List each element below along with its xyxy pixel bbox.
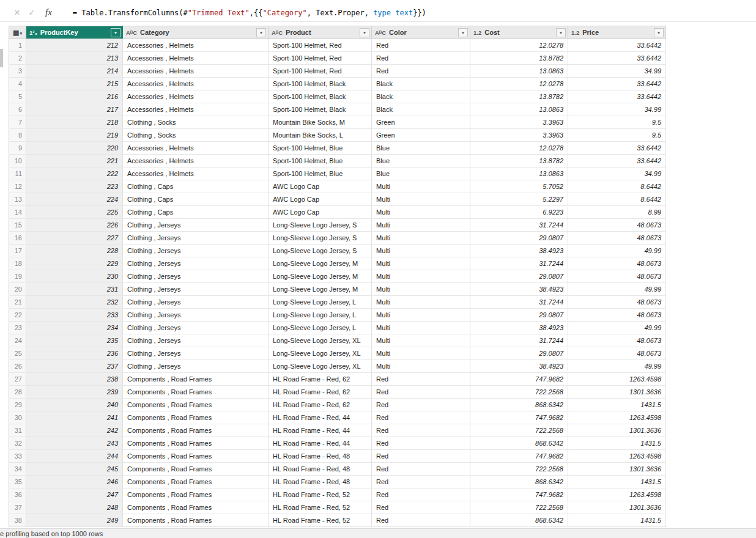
- cell[interactable]: Clothing , Caps: [123, 206, 269, 219]
- cell[interactable]: HL Road Frame - Red, 52: [269, 514, 372, 527]
- cell[interactable]: 1431.5: [568, 514, 666, 527]
- cell[interactable]: 12.0278: [470, 142, 568, 155]
- row-number[interactable]: 21: [9, 296, 26, 309]
- row-number[interactable]: 18: [9, 257, 26, 270]
- cell[interactable]: 219: [26, 129, 123, 142]
- cell[interactable]: Clothing , Jerseys: [123, 322, 269, 334]
- cell[interactable]: 33.6442: [568, 142, 666, 155]
- row-number[interactable]: 15: [9, 219, 26, 232]
- cell[interactable]: 31.7244: [470, 334, 568, 347]
- cell[interactable]: 33.6442: [568, 90, 666, 103]
- cell[interactable]: 747.9682: [470, 488, 568, 501]
- row-number[interactable]: 22: [9, 309, 26, 322]
- cell[interactable]: Mountain Bike Socks, L: [269, 129, 372, 142]
- cell[interactable]: Components , Road Frames: [123, 476, 269, 488]
- cell[interactable]: 34.99: [568, 103, 666, 116]
- cell[interactable]: Clothing , Jerseys: [123, 270, 269, 283]
- cell[interactable]: 213: [26, 52, 123, 65]
- cell[interactable]: Accessories , Helmets: [123, 90, 269, 103]
- cell[interactable]: Red: [372, 463, 470, 476]
- cell[interactable]: 227: [26, 232, 123, 245]
- cell[interactable]: 1301.3636: [568, 386, 666, 399]
- cell[interactable]: Components , Road Frames: [123, 501, 269, 514]
- row-number[interactable]: 28: [9, 386, 26, 399]
- cell[interactable]: 246: [26, 476, 123, 488]
- cell[interactable]: 29.0807: [470, 270, 568, 283]
- row-number[interactable]: 4: [9, 78, 26, 90]
- cell[interactable]: Multi: [372, 360, 470, 373]
- cell[interactable]: 34.99: [568, 168, 666, 180]
- cell[interactable]: 215: [26, 78, 123, 90]
- cell[interactable]: Multi: [372, 257, 470, 270]
- cell[interactable]: HL Road Frame - Red, 48: [269, 476, 372, 488]
- row-number[interactable]: 2: [9, 52, 26, 65]
- cell[interactable]: 244: [26, 450, 123, 463]
- cell[interactable]: 216: [26, 90, 123, 103]
- cell[interactable]: Clothing , Jerseys: [123, 232, 269, 245]
- row-number[interactable]: 26: [9, 360, 26, 373]
- cell[interactable]: 1263.4598: [568, 450, 666, 463]
- cell[interactable]: Sport-100 Helmet, Black: [269, 103, 372, 116]
- cell[interactable]: Long-Sleeve Logo Jersey, XL: [269, 360, 372, 373]
- cell[interactable]: Long-Sleeve Logo Jersey, M: [269, 257, 372, 270]
- cell[interactable]: 29.0807: [470, 232, 568, 245]
- cell[interactable]: Long-Sleeve Logo Jersey, M: [269, 283, 372, 296]
- cell[interactable]: 247: [26, 488, 123, 501]
- cell[interactable]: 9.5: [568, 116, 666, 129]
- cell[interactable]: 8.6442: [568, 180, 666, 193]
- cell[interactable]: Clothing , Caps: [123, 193, 269, 206]
- row-number[interactable]: 35: [9, 476, 26, 488]
- cell[interactable]: Clothing , Jerseys: [123, 283, 269, 296]
- cancel-icon[interactable]: ✕: [10, 6, 24, 20]
- cell[interactable]: 38.4923: [470, 322, 568, 334]
- cell[interactable]: 220: [26, 142, 123, 155]
- row-number[interactable]: 31: [9, 424, 26, 437]
- cell[interactable]: HL Road Frame - Red, 48: [269, 463, 372, 476]
- cell[interactable]: 48.0673: [568, 334, 666, 347]
- cell[interactable]: 868.6342: [470, 476, 568, 488]
- cell[interactable]: Blue: [372, 155, 470, 168]
- row-number[interactable]: 12: [9, 180, 26, 193]
- cell[interactable]: 217: [26, 103, 123, 116]
- cell[interactable]: Multi: [372, 219, 470, 232]
- cell[interactable]: 1263.4598: [568, 411, 666, 424]
- row-number[interactable]: 10: [9, 155, 26, 168]
- cell[interactable]: 3.3963: [470, 116, 568, 129]
- cell[interactable]: Red: [372, 39, 470, 52]
- cell[interactable]: 1431.5: [568, 399, 666, 411]
- cell[interactable]: Red: [372, 437, 470, 450]
- row-number[interactable]: 8: [9, 129, 26, 142]
- cell[interactable]: 9.5: [568, 129, 666, 142]
- cell[interactable]: Long-Sleeve Logo Jersey, L: [269, 309, 372, 322]
- row-number[interactable]: 27: [9, 373, 26, 386]
- cell[interactable]: Components , Road Frames: [123, 450, 269, 463]
- cell[interactable]: 33.6442: [568, 155, 666, 168]
- cell[interactable]: Accessories , Helmets: [123, 52, 269, 65]
- cell[interactable]: 232: [26, 296, 123, 309]
- cell[interactable]: HL Road Frame - Red, 44: [269, 411, 372, 424]
- cell[interactable]: 38.4923: [470, 283, 568, 296]
- cell[interactable]: Components , Road Frames: [123, 373, 269, 386]
- cell[interactable]: Red: [372, 450, 470, 463]
- column-header-product[interactable]: AᴮC Product ▼: [269, 26, 372, 39]
- cell[interactable]: 13.8782: [470, 155, 568, 168]
- cell[interactable]: 49.99: [568, 360, 666, 373]
- cell[interactable]: 31.7244: [470, 257, 568, 270]
- filter-button[interactable]: ▼: [111, 28, 120, 37]
- cell[interactable]: 1301.3636: [568, 424, 666, 437]
- cell[interactable]: 48.0673: [568, 219, 666, 232]
- cell[interactable]: Multi: [372, 232, 470, 245]
- cell[interactable]: Accessories , Helmets: [123, 168, 269, 180]
- cell[interactable]: 13.0863: [470, 168, 568, 180]
- filter-button[interactable]: ▼: [654, 28, 664, 37]
- cell[interactable]: 5.2297: [470, 193, 568, 206]
- cell[interactable]: Blue: [372, 168, 470, 180]
- cell[interactable]: 722.2568: [470, 501, 568, 514]
- row-number[interactable]: 37: [9, 501, 26, 514]
- cell[interactable]: 48.0673: [568, 347, 666, 360]
- cell[interactable]: Long-Sleeve Logo Jersey, XL: [269, 347, 372, 360]
- cell[interactable]: Clothing , Jerseys: [123, 360, 269, 373]
- cell[interactable]: Red: [372, 488, 470, 501]
- cell[interactable]: 38.4923: [470, 360, 568, 373]
- cell[interactable]: 235: [26, 334, 123, 347]
